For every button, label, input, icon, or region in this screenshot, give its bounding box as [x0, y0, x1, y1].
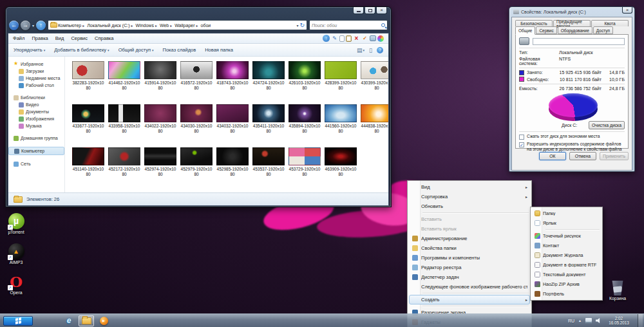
file-item[interactable]: 415914-1920x1080: [142, 61, 178, 104]
submenu-item[interactable]: Точечный рисунок: [532, 231, 601, 241]
show-desktop-button[interactable]: [638, 314, 643, 327]
desktop-icon[interactable]: ▲ ↗ AIMP3: [1, 243, 31, 265]
breadcrumb-item[interactable]: Локальный диск (C:) ▸: [86, 23, 135, 28]
checkbox-unchecked[interactable]: [519, 135, 524, 140]
back-button[interactable]: ←: [9, 21, 19, 30]
search-box[interactable]: [309, 20, 388, 30]
edit-icon[interactable]: [331, 35, 338, 42]
context-menu-item[interactable]: Следующее фоновое изображение рабочего с…: [409, 282, 530, 292]
context-menu-item[interactable]: Вставить ▸: [409, 214, 530, 224]
toolbar-button[interactable]: Добавить в библиотеку ▾: [54, 47, 109, 53]
context-menu-item[interactable]: Сортировка ▸: [409, 192, 530, 201]
context-menu-item[interactable]: Вставить ярлык ▸: [409, 224, 530, 234]
tab[interactable]: Оборудование: [558, 26, 592, 34]
language-indicator[interactable]: RU: [568, 319, 574, 323]
compress-option[interactable]: Сжать этот диск для экономии места: [519, 134, 625, 140]
sidebar-item[interactable]: Избранное: [8, 61, 64, 68]
refresh-icon[interactable]: ↻: [299, 22, 305, 28]
submenu-item[interactable]: Текстовый документ: [532, 270, 601, 279]
submenu-item[interactable]: HaoZip ZIP Архив: [532, 279, 601, 289]
address-dropdown-icon[interactable]: ▾: [296, 23, 298, 28]
recent-pages-dropdown-icon[interactable]: ▾: [32, 23, 34, 28]
sidebar-item[interactable]: Компьютер: [8, 147, 64, 155]
close-button[interactable]: ×: [622, 7, 632, 14]
taskbar-wmp-button[interactable]: ▶: [96, 315, 111, 326]
submenu-item[interactable]: Документ Журнала: [532, 250, 601, 260]
file-item[interactable]: 434022-1920x1080: [142, 104, 178, 147]
checkbox-checked[interactable]: ✓: [519, 142, 524, 147]
menu-item[interactable]: Вид: [55, 35, 64, 41]
file-item[interactable]: 463909-1920x1080: [323, 147, 359, 191]
file-item[interactable]: 435894-1920x1080: [287, 104, 323, 147]
confirm-icon[interactable]: [361, 35, 368, 42]
delete-icon[interactable]: [353, 35, 360, 42]
up-button[interactable]: ↑: [36, 21, 46, 30]
context-menu-item[interactable]: Вид ▸: [409, 182, 530, 192]
sidebar-item[interactable]: Музыка: [8, 122, 64, 129]
paste-icon[interactable]: [346, 35, 352, 42]
network-icon[interactable]: [585, 318, 592, 323]
breadcrumb-item[interactable]: Windows ▸: [135, 23, 159, 28]
submenu-item[interactable]: Ярлык: [532, 218, 601, 228]
sidebar-item[interactable]: Рабочий стол: [8, 82, 64, 89]
hidden-icons-button[interactable]: ▲: [578, 319, 582, 322]
minimize-button[interactable]: [353, 7, 364, 14]
file-item[interactable]: 444838-1920x1080: [359, 104, 388, 147]
sidebar-item[interactable]: Сеть: [8, 160, 64, 167]
disk-cleanup-button[interactable]: Очистка диска: [589, 121, 625, 129]
file-item[interactable]: 452172-1920x1080: [106, 147, 142, 191]
context-menu-item[interactable]: Создать ▸: [409, 295, 530, 304]
file-item[interactable]: 418743-1920x1080: [214, 61, 251, 104]
file-item[interactable]: 452985-1920x1080: [214, 147, 251, 191]
palette-icon[interactable]: [377, 35, 384, 42]
tab[interactable]: Общие: [515, 26, 535, 35]
tab[interactable]: Сервис: [536, 26, 556, 34]
up-circle-icon[interactable]: [323, 35, 330, 42]
tab[interactable]: Предыдущие версии: [553, 20, 591, 26]
desktop-icon[interactable]: µ ↗ µTorrent: [1, 213, 31, 235]
sidebar-item[interactable]: Изображения: [8, 115, 64, 122]
submenu-item[interactable]: Папку: [532, 209, 601, 218]
file-item[interactable]: 426103-1920x1080: [287, 61, 323, 104]
index-option[interactable]: ✓ Разрешить индексировать содержимое фай…: [519, 142, 625, 152]
file-item[interactable]: 453729-1920x1080: [287, 147, 323, 191]
tab[interactable]: Квота: [591, 20, 629, 26]
recycle-bin-icon[interactable]: Корзина: [603, 281, 632, 301]
file-item[interactable]: 451140-1920x1080: [70, 147, 106, 191]
file-item[interactable]: 416572-1920x1080: [178, 61, 214, 104]
file-item[interactable]: 434032-1920x1080: [214, 104, 251, 147]
breadcrumb-item[interactable]: Web ▸: [159, 23, 174, 28]
toolbar-button[interactable]: Общий доступ ▾: [118, 47, 154, 53]
file-item[interactable]: 434030-1920x1080: [178, 104, 214, 147]
sidebar-item[interactable]: Загрузки: [8, 68, 64, 75]
file-item[interactable]: 414462-1920x1080: [106, 61, 142, 104]
sidebar-item[interactable]: Недавние места: [8, 75, 64, 82]
apply-button[interactable]: Применить: [600, 152, 629, 160]
menu-item[interactable]: Справка: [95, 35, 113, 41]
file-item[interactable]: 433677-1920x1080: [70, 104, 106, 147]
forward-button[interactable]: →: [21, 21, 30, 30]
context-menu-item[interactable]: Свойства папки ▸: [409, 243, 530, 253]
file-item[interactable]: 441560-1920x1080: [323, 104, 359, 147]
menu-item[interactable]: Правка: [32, 35, 48, 41]
context-menu-item[interactable]: Программы и компоненты ▸: [409, 253, 530, 263]
file-item[interactable]: 435411-1920x1080: [251, 104, 287, 147]
tab[interactable]: Доступ: [593, 26, 613, 34]
sidebar-item[interactable]: Документы: [8, 108, 64, 115]
file-item[interactable]: 452979-1920x1080: [178, 147, 214, 191]
breadcrumb-item[interactable]: Wallpaper ▸: [174, 23, 200, 28]
window-icon[interactable]: [370, 35, 376, 41]
explorer-titlebar[interactable]: ×: [8, 7, 389, 17]
preview-pane-button[interactable]: ▯: [369, 47, 372, 53]
clock[interactable]: 2:02 16.05.2013: [605, 316, 632, 326]
help-button[interactable]: ?: [377, 47, 383, 53]
file-item[interactable]: 430399-1920x1080: [359, 61, 388, 104]
file-item[interactable]: 424724-1920x1080: [251, 61, 287, 104]
breadcrumb-item[interactable]: обои ▸: [200, 23, 212, 28]
views-button[interactable]: ▤▾: [357, 47, 365, 53]
submenu-item[interactable]: Портфель: [532, 289, 601, 299]
breadcrumb-item[interactable]: Компьютер ▸: [57, 23, 86, 28]
file-item[interactable]: 453537-1920x1080: [251, 147, 287, 191]
taskbar-ie-button[interactable]: e: [61, 315, 77, 326]
context-menu-item[interactable]: Администрирование ▸: [409, 234, 530, 243]
